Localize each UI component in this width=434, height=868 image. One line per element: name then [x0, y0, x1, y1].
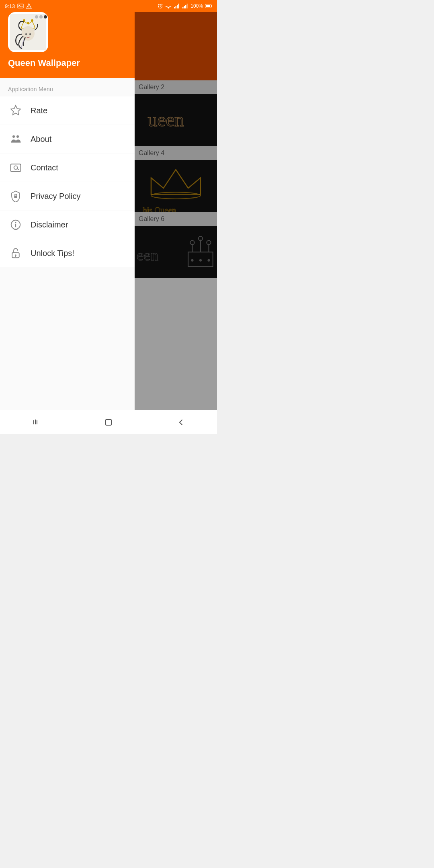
app-icon — [8, 12, 48, 52]
signal2-icon — [182, 3, 188, 9]
nav-bar — [0, 410, 217, 434]
svg-rect-29 — [14, 196, 17, 198]
svg-point-28 — [14, 166, 18, 170]
menu-item-rate[interactable]: Rate — [0, 96, 135, 125]
app-name: Queen Wallpaper — [8, 58, 80, 68]
contact-icon — [8, 160, 23, 175]
battery-percent: 100% — [190, 3, 203, 9]
svg-rect-44 — [174, 7, 175, 8]
recents-icon — [32, 418, 41, 427]
svg-point-21 — [22, 26, 35, 41]
home-icon — [104, 418, 113, 427]
back-icon — [176, 418, 185, 427]
svg-point-23 — [29, 33, 31, 35]
icon-decoration — [35, 15, 48, 18]
people-icon — [8, 131, 23, 147]
app-icon-art — [10, 14, 46, 50]
menu-label-privacy: Privacy Policy — [31, 192, 80, 201]
battery-icon — [205, 4, 212, 8]
svg-rect-48 — [182, 7, 184, 8]
svg-point-19 — [27, 22, 29, 24]
svg-rect-36 — [18, 4, 23, 8]
svg-rect-53 — [206, 5, 210, 7]
svg-point-31 — [15, 222, 16, 223]
lock-icon — [8, 246, 23, 261]
nav-recents-button[interactable] — [24, 414, 48, 430]
svg-rect-46 — [177, 5, 178, 8]
time: 9:13 — [5, 3, 15, 9]
circle-3 — [44, 15, 47, 18]
menu-label-unlock: Unlock Tips! — [31, 249, 74, 258]
info-icon — [8, 217, 23, 232]
menu-item-unlock[interactable]: Unlock Tips! — [0, 239, 135, 267]
menu-label-contact: Contact — [31, 163, 58, 172]
menu-label-about: About — [31, 135, 51, 144]
drawer-body: Application Menu Rate — [0, 78, 135, 434]
svg-rect-47 — [178, 4, 180, 8]
svg-point-39 — [29, 7, 29, 8]
svg-point-22 — [25, 33, 27, 35]
drawer: Queen Wallpaper Application Menu Rate — [0, 0, 135, 434]
menu-label-disclaimer: Disclaimer — [31, 220, 68, 229]
menu-item-privacy[interactable]: Privacy Policy — [0, 182, 135, 210]
star-icon — [8, 103, 23, 118]
circle-1 — [35, 15, 38, 18]
status-bar: 9:13 — [0, 0, 217, 12]
svg-rect-50 — [185, 5, 186, 8]
image-status-icon — [17, 3, 24, 9]
wifi-icon — [165, 3, 172, 9]
nav-back-button[interactable] — [169, 414, 193, 430]
circle-2 — [39, 15, 43, 18]
nav-home-button[interactable] — [96, 414, 121, 430]
menu-item-contact[interactable]: Contact — [0, 154, 135, 182]
shield-icon — [8, 188, 23, 204]
status-left: 9:13 — [5, 3, 32, 9]
svg-rect-49 — [184, 6, 185, 8]
svg-point-24 — [12, 135, 15, 138]
svg-point-43 — [168, 8, 169, 8]
svg-rect-57 — [106, 420, 111, 425]
svg-point-34 — [15, 254, 16, 256]
warning-status-icon — [26, 3, 32, 9]
svg-point-25 — [16, 135, 19, 138]
menu-item-disclaimer[interactable]: Disclaimer — [0, 211, 135, 239]
menu-section-label: Application Menu — [0, 78, 135, 96]
signal-icon — [174, 3, 180, 9]
svg-point-20 — [31, 19, 33, 22]
status-right: 100% — [158, 3, 212, 9]
menu-label-rate: Rate — [31, 106, 47, 115]
menu-item-about[interactable]: About — [0, 125, 135, 153]
alarm-icon — [158, 3, 163, 9]
svg-rect-51 — [187, 4, 188, 8]
svg-rect-45 — [176, 6, 177, 8]
svg-rect-27 — [11, 164, 21, 172]
